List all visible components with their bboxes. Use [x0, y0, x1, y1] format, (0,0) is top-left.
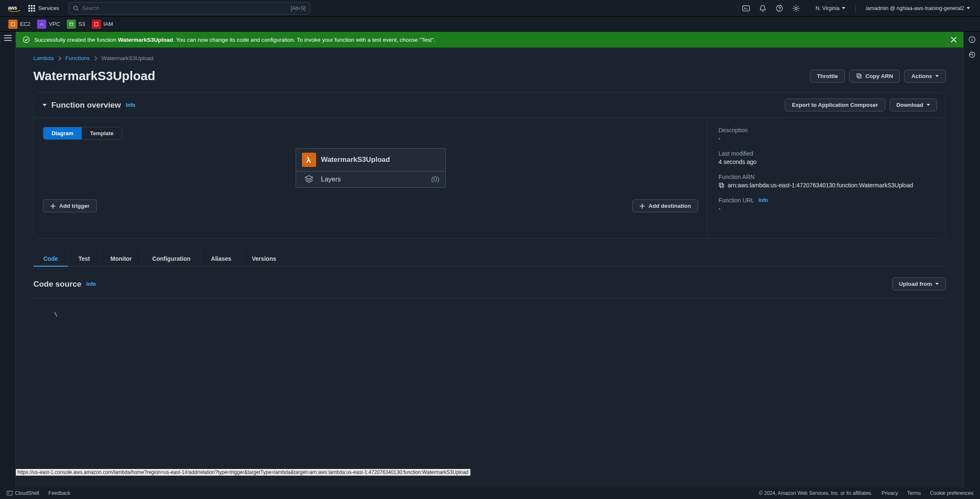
caret-down-icon [42, 103, 47, 107]
footer: CloudShell Feedback © 2024, Amazon Web S… [0, 487, 980, 499]
grid-icon [28, 5, 35, 12]
svg-text:aws: aws [8, 5, 17, 11]
seg-diagram[interactable]: Diagram [43, 127, 82, 139]
throttle-button[interactable]: Throttle [810, 70, 845, 83]
actions-button[interactable]: Actions [904, 70, 946, 83]
tab-aliases[interactable]: Aliases [201, 251, 242, 266]
description-value: - [719, 135, 935, 142]
svg-line-2 [77, 9, 78, 11]
copy-arn-button[interactable]: Copy ARN [849, 70, 900, 83]
add-trigger-button[interactable]: Add trigger [43, 199, 97, 212]
chevron-right-icon [94, 56, 97, 61]
iam-icon [92, 20, 101, 29]
copyright: © 2024, Amazon Web Services, Inc. or its… [759, 490, 872, 496]
shortcut-iam[interactable]: IAM [92, 20, 113, 29]
cloudshell-link[interactable]: CloudShell [7, 490, 39, 496]
terms-link[interactable]: Terms [907, 490, 921, 496]
svg-point-1 [74, 6, 78, 10]
add-destination-button[interactable]: Add destination [632, 199, 698, 212]
user-menu[interactable]: iamadmin @ nghiaa-aws-training-general2 [862, 5, 974, 11]
view-segmented-control: Diagram Template [43, 127, 122, 140]
caret-down-icon [967, 7, 970, 9]
function-meta: Description - Last modified 4 seconds ag… [708, 118, 945, 238]
side-panel-toggle[interactable] [0, 32, 16, 487]
aws-logo[interactable]: aws [6, 5, 23, 12]
caret-down-icon [927, 104, 930, 106]
tab-code[interactable]: Code [33, 251, 68, 266]
plus-icon [639, 203, 645, 209]
url-label: Function URL [719, 197, 754, 204]
svg-rect-10 [95, 23, 98, 26]
s3-icon [67, 20, 76, 29]
history-icon[interactable] [968, 51, 976, 58]
url-info-link[interactable]: Info [759, 197, 768, 203]
modified-value: 4 seconds ago [719, 159, 935, 165]
export-button[interactable]: Export to Application Composer [785, 98, 885, 111]
shortcut-ec2[interactable]: EC2 [8, 20, 30, 29]
success-banner: Successfully created the function Waterm… [16, 32, 963, 48]
lambda-icon [302, 153, 316, 167]
svg-rect-23 [719, 183, 723, 186]
collapse-toggle[interactable] [42, 101, 47, 109]
settings-icon[interactable] [792, 5, 800, 12]
caret-down-icon [935, 75, 939, 77]
copy-icon[interactable] [719, 182, 724, 188]
url-value: - [719, 205, 935, 212]
breadcrumb: Lambda Functions WatermarkS3Upload [33, 55, 946, 61]
svg-rect-8 [11, 23, 15, 26]
overview-info-link[interactable]: Info [126, 102, 136, 108]
upload-from-button[interactable]: Upload from [892, 277, 946, 290]
hamburger-icon [4, 35, 12, 41]
svg-rect-17 [857, 74, 860, 77]
code-editor-area[interactable]: \ [33, 298, 946, 365]
svg-point-6 [779, 10, 780, 10]
tab-monitor[interactable]: Monitor [101, 251, 142, 266]
svg-point-14 [23, 37, 29, 43]
services-button[interactable]: Services [28, 5, 59, 12]
search-input[interactable] [82, 5, 291, 11]
tab-versions[interactable]: Versions [242, 251, 286, 266]
svg-point-26 [972, 38, 972, 39]
crumb-functions[interactable]: Functions [65, 55, 90, 61]
search-icon [73, 5, 79, 11]
function-node[interactable]: WatermarkS3Upload Layers (0) [296, 148, 446, 188]
right-rail [963, 32, 980, 487]
notifications-icon[interactable] [759, 5, 766, 12]
svg-rect-18 [858, 75, 862, 78]
plus-icon [50, 203, 56, 209]
seg-template[interactable]: Template [82, 127, 122, 139]
overview-title: Function overview [51, 101, 121, 110]
search-input-container[interactable]: [Alt+S] [68, 2, 310, 15]
function-tabs: Code Test Monitor Configuration Aliases … [33, 251, 946, 267]
privacy-link[interactable]: Privacy [882, 490, 898, 496]
function-node-name: WatermarkS3Upload [321, 156, 390, 164]
info-panel-icon[interactable] [968, 36, 976, 43]
caret-down-icon [935, 283, 939, 285]
crumb-lambda[interactable]: Lambda [33, 55, 54, 61]
cookie-link[interactable]: Cookie preferences [930, 490, 973, 496]
cloudshell-icon[interactable] [742, 5, 750, 12]
layers-row[interactable]: Layers (0) [296, 171, 445, 187]
code-source-info[interactable]: Info [86, 281, 96, 287]
crumb-current: WatermarkS3Upload [101, 55, 153, 61]
region-selector[interactable]: N. Virginia [812, 5, 849, 11]
feedback-link[interactable]: Feedback [48, 490, 70, 496]
function-overview-panel: Function overview Info Export to Applica… [33, 92, 946, 239]
top-nav: aws Services [Alt+S] N. Virginia iamadmi… [0, 0, 980, 17]
shortcut-s3[interactable]: S3 [67, 20, 85, 29]
arn-value: arn:aws:lambda:us-east-1:472076340130:fu… [728, 182, 913, 189]
tab-test[interactable]: Test [68, 251, 101, 266]
download-button[interactable]: Download [890, 98, 937, 111]
layers-icon [302, 175, 316, 184]
tab-configuration[interactable]: Configuration [142, 251, 201, 266]
arn-label: Function ARN [719, 174, 935, 180]
copy-icon [856, 73, 862, 79]
close-icon[interactable] [951, 37, 957, 43]
diagram-area: Diagram Template WatermarkS3Upload [34, 118, 708, 238]
search-shortcut: [Alt+S] [291, 5, 306, 11]
help-icon[interactable] [776, 5, 783, 12]
success-check-icon [23, 36, 30, 43]
shortcut-vpc[interactable]: VPC [37, 20, 60, 29]
svg-point-7 [795, 7, 797, 9]
modified-label: Last modified [719, 150, 935, 157]
